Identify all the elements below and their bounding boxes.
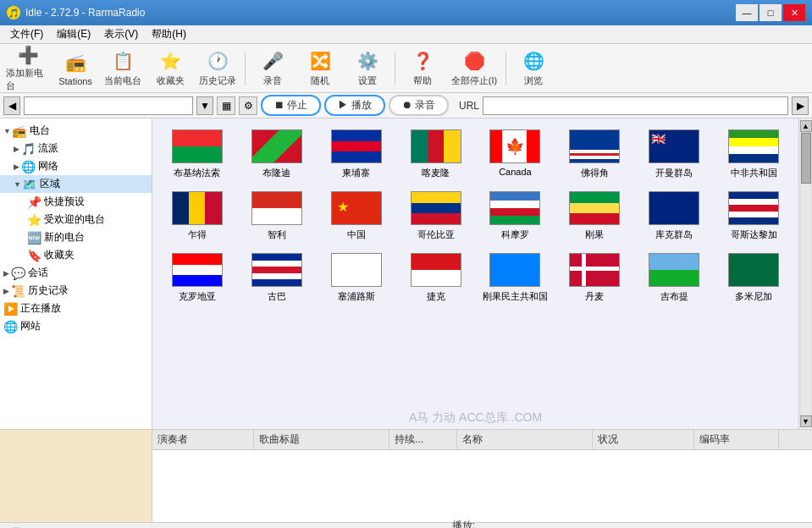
record-label: 录音 bbox=[263, 74, 282, 87]
favorites-icon: ⭐ bbox=[158, 49, 182, 73]
flag-item-科摩罗[interactable]: 科摩罗 bbox=[476, 185, 555, 247]
app-icon: 🎵 bbox=[7, 6, 20, 19]
flag-item-刚果[interactable]: 刚果 bbox=[555, 185, 634, 247]
settings-label: 设置 bbox=[358, 74, 377, 87]
sidebar-item-sessions[interactable]: ▶ 💬 会话 bbox=[0, 264, 152, 282]
sidebar-item-quickset[interactable]: 📌 快捷预设 bbox=[0, 193, 152, 211]
sidebar-item-stations[interactable]: ▼ 📻 电台 bbox=[0, 122, 152, 140]
nav-dropdown-button[interactable]: ▼ bbox=[196, 96, 213, 115]
settings-button[interactable]: ⚙️ 设置 bbox=[345, 47, 390, 90]
favorites-button[interactable]: ⭐ 收藏夹 bbox=[147, 47, 193, 90]
scroll-thumb[interactable] bbox=[801, 133, 811, 184]
url-label: URL bbox=[459, 100, 479, 112]
flag-item-捷克[interactable]: 捷克 bbox=[396, 247, 476, 309]
favorites-label: 收藏夹 bbox=[157, 74, 185, 87]
nav-gear-icon[interactable]: ⚙ bbox=[239, 96, 257, 115]
shuffle-icon: 🔀 bbox=[308, 49, 332, 73]
main-layout: ▼ 📻 电台 ▶ 🎵 流派 ▶ 🌐 网络 ▼ 🗺️ 区域 📌 快捷预设 ⭐ 受欢… bbox=[0, 118, 812, 430]
flag-item-Canada[interactable]: 🍁Canada bbox=[476, 124, 555, 185]
scroll-up-button[interactable]: ▲ bbox=[800, 120, 812, 132]
close-button[interactable]: ✕ bbox=[783, 4, 805, 21]
flag-item-中国[interactable]: ★中国 bbox=[317, 185, 396, 247]
flag-item-刚果民主共和国[interactable]: 刚果民主共和国 bbox=[476, 247, 555, 309]
sidebar-item-region[interactable]: ▼ 🗺️ 区域 bbox=[0, 175, 152, 193]
play-button[interactable]: ▶ 播放 bbox=[324, 95, 384, 116]
flag-image bbox=[251, 129, 302, 163]
flag-item-佛得角[interactable]: 佛得角 bbox=[555, 124, 634, 185]
sidebar-item-history[interactable]: ▶ 📜 历史记录 bbox=[0, 282, 152, 300]
sidebar-region-label: 区域 bbox=[40, 177, 60, 191]
url-input[interactable] bbox=[483, 96, 788, 115]
flag-item-丹麦[interactable]: 丹麦 bbox=[555, 247, 634, 309]
flag-image bbox=[411, 253, 461, 287]
flag-label: 克罗地亚 bbox=[179, 290, 216, 303]
record-button[interactable]: 🎤 录音 bbox=[250, 47, 296, 90]
url-arrow-button[interactable]: ▶ bbox=[792, 96, 809, 115]
stations-label: Stations bbox=[58, 76, 92, 86]
stop-button[interactable]: ⏹ 停止 bbox=[261, 95, 321, 116]
nav-grid-icon[interactable]: ▦ bbox=[217, 96, 235, 115]
current-station-button[interactable]: 📋 当前电台 bbox=[100, 47, 146, 90]
shuffle-button[interactable]: 🔀 随机 bbox=[297, 47, 343, 90]
stations-button[interactable]: 📻 Stations bbox=[52, 47, 98, 90]
sidebar-history-label: 历史记录 bbox=[28, 283, 69, 298]
flag-label: 刚果 bbox=[585, 228, 604, 241]
help-label: 帮助 bbox=[413, 74, 432, 87]
help-button[interactable]: ❓ 帮助 bbox=[400, 47, 445, 90]
sidebar-item-website[interactable]: 🌐 网站 bbox=[0, 317, 152, 335]
flag-item-塞浦路斯[interactable]: 塞浦路斯 bbox=[317, 247, 396, 309]
flag-image bbox=[411, 191, 461, 225]
flag-item-柬埔寨[interactable]: 柬埔寨 bbox=[317, 124, 396, 185]
sidebar-sessions-label: 会话 bbox=[28, 266, 48, 280]
flag-item-古巴[interactable]: 古巴 bbox=[237, 247, 317, 309]
menu-file[interactable]: 文件(F) bbox=[3, 25, 50, 43]
flag-image bbox=[489, 253, 540, 287]
scroll-down-button[interactable]: ▼ bbox=[800, 415, 812, 427]
sidebar-item-network[interactable]: ▶ 🌐 网络 bbox=[0, 157, 152, 175]
flag-label: 柬埔寨 bbox=[342, 167, 370, 179]
flag-label: 乍得 bbox=[188, 228, 207, 241]
sidebar-new-station-label: 新的电台 bbox=[44, 230, 85, 245]
content-scrollbar[interactable]: ▲ ▼ bbox=[798, 118, 812, 429]
flag-item-开曼群岛[interactable]: 🇬🇧开曼群岛 bbox=[634, 124, 714, 185]
flag-image bbox=[569, 253, 620, 287]
maximize-button[interactable]: □ bbox=[760, 4, 782, 21]
record-nav-button[interactable]: ⏺ 录音 bbox=[389, 95, 449, 116]
watermark: A马 力动 ACC总库 .COM bbox=[152, 410, 798, 429]
flag-item-多米尼加[interactable]: 多米尼加 bbox=[714, 247, 793, 309]
flag-item-哥伦比亚[interactable]: 哥伦比亚 bbox=[396, 185, 476, 247]
flag-label: 科摩罗 bbox=[501, 228, 529, 241]
flag-label: 中国 bbox=[347, 228, 366, 241]
history-button[interactable]: 🕐 历史记录 bbox=[195, 47, 240, 90]
nav-back-button[interactable]: ◀ bbox=[3, 96, 20, 115]
menu-view[interactable]: 表示(V) bbox=[97, 25, 145, 43]
search-input[interactable] bbox=[24, 96, 193, 115]
flag-item-吉布提[interactable]: 吉布提 bbox=[634, 247, 714, 309]
flag-item-克罗地亚[interactable]: 克罗地亚 bbox=[157, 247, 237, 309]
network-arrow: ▶ bbox=[14, 162, 19, 171]
flag-item-喀麦隆[interactable]: 喀麦隆 bbox=[396, 124, 476, 185]
flag-label: 佛得角 bbox=[581, 167, 609, 179]
sidebar-item-genre[interactable]: ▶ 🎵 流派 bbox=[0, 140, 152, 157]
flag-item-乍得[interactable]: 乍得 bbox=[157, 185, 237, 247]
flag-image bbox=[331, 129, 382, 163]
add-station-button[interactable]: ➕ 添加新电台 bbox=[5, 47, 51, 90]
sidebar-item-new-station[interactable]: 🆕 新的电台 bbox=[0, 228, 152, 246]
flag-item-库克群岛[interactable]: 库克群岛 bbox=[634, 185, 714, 247]
history-icon: 🕐 bbox=[206, 49, 229, 73]
bottom-panels: 演奏者 歌曲标题 持续... 名称 状况 编码率 bbox=[0, 430, 812, 523]
sidebar-item-favorites-station[interactable]: ⭐ 受欢迎的电台 bbox=[0, 211, 152, 228]
flag-item-哥斯达黎加[interactable]: 哥斯达黎加 bbox=[714, 185, 793, 247]
sidebar-item-bookmarks[interactable]: 🔖 收藏夹 bbox=[0, 246, 152, 264]
flag-item-布隆迪[interactable]: 布隆迪 bbox=[237, 124, 317, 185]
flag-item-智利[interactable]: 智利 bbox=[237, 185, 317, 247]
browser-button[interactable]: 🌐 浏览 bbox=[511, 47, 556, 90]
menu-edit[interactable]: 编辑(E) bbox=[50, 25, 97, 43]
flag-item-布基纳法索[interactable]: 布基纳法索 bbox=[157, 124, 237, 185]
menu-help[interactable]: 帮助(H) bbox=[145, 25, 193, 43]
sidebar-item-playing[interactable]: ▶️ 正在播放 bbox=[0, 300, 152, 317]
minimize-button[interactable]: — bbox=[736, 4, 758, 21]
flag-item-中非共和国[interactable]: 中非共和国 bbox=[714, 124, 793, 185]
flag-label: 智利 bbox=[268, 228, 286, 241]
stop-all-button[interactable]: 🛑 全部停止(I) bbox=[447, 47, 501, 90]
